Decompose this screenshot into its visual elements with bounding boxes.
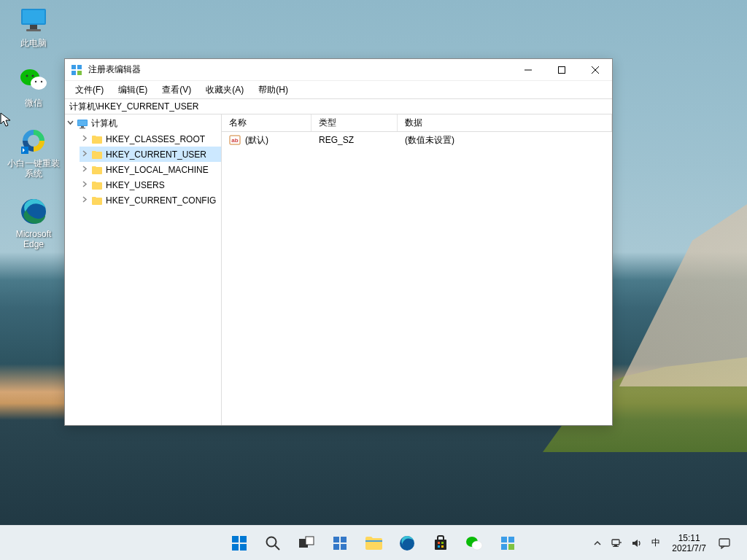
svg-text:ab: ab (231, 137, 238, 144)
tree-hive-hkey-local-machine[interactable]: HKEY_LOCAL_MACHINE (80, 162, 221, 177)
desktop-icon-label: 此电脑 (20, 38, 47, 48)
svg-rect-34 (306, 537, 314, 545)
expand-icon[interactable] (80, 181, 90, 189)
svg-rect-22 (78, 120, 87, 125)
network-icon[interactable] (606, 526, 627, 560)
edge-icon (19, 197, 48, 226)
widgets-button[interactable] (325, 528, 355, 559)
svg-rect-37 (333, 544, 339, 550)
expand-icon[interactable] (80, 150, 90, 158)
list-header: 名称 类型 数据 (222, 114, 612, 132)
tree-hive-hkey-users[interactable]: HKEY_USERS (80, 177, 221, 192)
svg-rect-14 (77, 65, 82, 69)
maximize-button[interactable] (545, 59, 578, 81)
desktop-icon-xiaobai[interactable]: 小白一键重装系统 (6, 126, 61, 179)
menu-view[interactable]: 查看(V) (155, 82, 198, 98)
tree-pane[interactable]: 计算机 HKEY_CLASSES_ROOTHKEY_CURRENT_USERHK… (65, 114, 222, 425)
list-row[interactable]: ab (默认) REG_SZ (数值未设置) (222, 132, 612, 148)
regedit-taskbar-button[interactable] (492, 528, 523, 559)
tree-hive-hkey-current-config[interactable]: HKEY_CURRENT_CONFIG (80, 192, 221, 208)
svg-rect-48 (501, 537, 507, 542)
svg-rect-51 (508, 544, 514, 550)
folder-icon (91, 149, 103, 160)
address-text: 计算机\HKEY_CURRENT_USER (69, 101, 198, 113)
desktop-icon-this-pc[interactable]: 此电脑 (6, 6, 61, 48)
desktop[interactable]: 此电脑 微信 小白一键重装系统 Microsoft Edge 注 (0, 0, 747, 560)
tray-overflow[interactable] (589, 526, 606, 560)
collapse-icon[interactable] (65, 120, 75, 128)
svg-point-5 (31, 77, 47, 90)
close-button[interactable] (578, 59, 612, 81)
file-explorer-button[interactable] (358, 528, 389, 559)
folder-icon (91, 164, 103, 176)
tree-hive-label: HKEY_CURRENT_CONFIG (106, 195, 216, 206)
svg-rect-41 (435, 540, 446, 550)
svg-rect-54 (613, 546, 619, 547)
svg-rect-23 (81, 126, 84, 128)
xiaobai-icon (19, 126, 48, 155)
svg-rect-13 (71, 65, 76, 69)
start-button[interactable] (224, 528, 255, 559)
svg-rect-45 (441, 545, 444, 548)
svg-point-7 (32, 75, 34, 77)
notifications-icon[interactable] (713, 526, 735, 560)
list-pane: 名称 类型 数据 ab (默认) REG_SZ (数值未设置) (222, 114, 612, 425)
svg-rect-35 (333, 537, 339, 542)
column-data[interactable]: 数据 (398, 114, 612, 131)
edge-button[interactable] (392, 528, 422, 559)
desktop-icon-label: 小白一键重装系统 (6, 158, 61, 179)
tree-root-computer[interactable]: 计算机 (65, 116, 221, 131)
titlebar[interactable]: 注册表编辑器 (65, 59, 612, 81)
svg-rect-39 (365, 540, 382, 542)
svg-line-32 (275, 545, 279, 550)
search-button[interactable] (258, 528, 288, 559)
svg-point-8 (35, 81, 36, 82)
desktop-icon-label: 微信 (25, 98, 42, 108)
svg-rect-42 (438, 542, 440, 544)
tree-hive-label: HKEY_CURRENT_USER (106, 149, 206, 160)
expand-icon[interactable] (80, 196, 90, 204)
menu-file[interactable]: 文件(F) (68, 82, 111, 98)
column-type[interactable]: 类型 (311, 114, 398, 131)
ime-indicator[interactable]: 中 (647, 526, 665, 560)
svg-rect-30 (240, 544, 247, 551)
menu-favorites[interactable]: 收藏夹(A) (198, 82, 251, 98)
svg-rect-50 (501, 544, 507, 550)
svg-rect-2 (30, 25, 37, 29)
desktop-icon-wechat[interactable]: 微信 (6, 66, 61, 108)
tree-hive-hkey-classes-root[interactable]: HKEY_CLASSES_ROOT (80, 131, 221, 147)
value-name: (默认) (245, 134, 268, 147)
minimize-button[interactable] (511, 59, 545, 81)
wechat-taskbar-button[interactable] (459, 528, 489, 559)
svg-rect-1 (23, 10, 44, 23)
volume-icon[interactable] (627, 526, 647, 560)
value-type: REG_SZ (311, 135, 398, 145)
svg-rect-44 (438, 545, 440, 548)
svg-rect-53 (614, 545, 617, 546)
svg-rect-16 (77, 71, 82, 75)
window-controls (511, 59, 612, 81)
svg-rect-15 (71, 71, 76, 75)
svg-rect-3 (26, 29, 41, 31)
address-bar[interactable]: 计算机\HKEY_CURRENT_USER (65, 98, 612, 114)
regedit-icon (71, 64, 82, 76)
svg-point-9 (41, 81, 42, 82)
expand-icon[interactable] (80, 166, 90, 174)
tree-hive-hkey-current-user[interactable]: HKEY_CURRENT_USER (80, 147, 221, 162)
svg-point-47 (472, 541, 482, 550)
taskbar-clock[interactable]: 15:11 2021/7/7 (665, 533, 713, 553)
svg-rect-36 (341, 537, 347, 542)
store-button[interactable] (425, 528, 456, 559)
desktop-icon-edge[interactable]: Microsoft Edge (6, 197, 61, 250)
menu-edit[interactable]: 编辑(E) (111, 82, 155, 98)
svg-rect-56 (719, 539, 729, 546)
task-view-button[interactable] (291, 528, 322, 559)
tree-hive-label: HKEY_CLASSES_ROOT (106, 134, 205, 144)
list-body[interactable]: ab (默认) REG_SZ (数值未设置) (222, 132, 612, 425)
computer-icon (77, 118, 88, 130)
menu-help[interactable]: 帮助(H) (251, 82, 295, 98)
expand-icon[interactable] (80, 135, 90, 143)
wechat-icon (19, 66, 48, 95)
svg-rect-28 (240, 536, 247, 542)
column-name[interactable]: 名称 (222, 114, 311, 131)
